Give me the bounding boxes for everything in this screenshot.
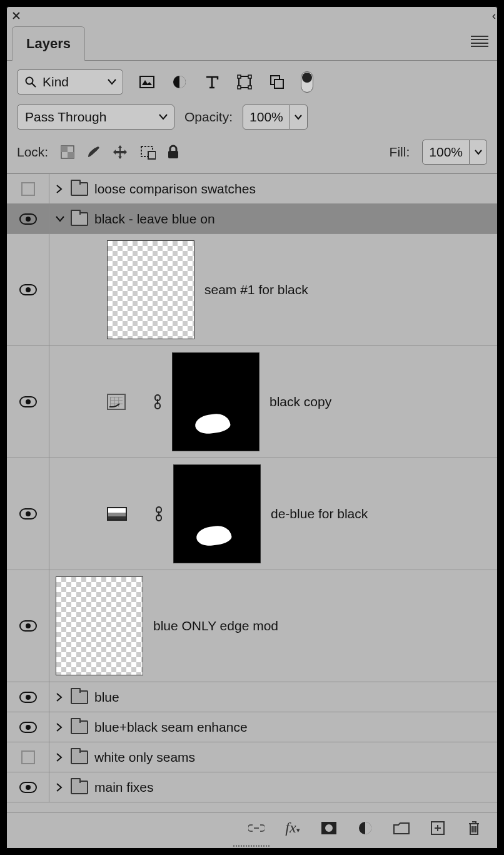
- new-group-icon[interactable]: [393, 820, 410, 836]
- layer-name[interactable]: blue ONLY edge mod: [153, 618, 278, 633]
- svg-rect-14: [68, 152, 74, 158]
- layer-row[interactable]: main fixes: [7, 772, 497, 802]
- svg-rect-17: [168, 151, 178, 158]
- eye-icon: [19, 284, 37, 295]
- layer-row[interactable]: seam #1 for black: [7, 234, 497, 346]
- lock-pixels-icon[interactable]: [86, 145, 101, 160]
- lock-position-icon[interactable]: [112, 144, 128, 160]
- layer-row[interactable]: de-blue for black: [7, 458, 497, 570]
- svg-rect-7: [248, 75, 251, 78]
- layer-name[interactable]: seam #1 for black: [204, 282, 308, 297]
- add-mask-icon[interactable]: [321, 820, 337, 836]
- svg-rect-9: [248, 86, 251, 89]
- layers-panel: ‹‹ Layers Kind: [6, 6, 498, 849]
- curves-icon: [107, 394, 126, 410]
- svg-point-0: [26, 78, 33, 84]
- layer-row[interactable]: loose comparison swatches: [7, 174, 497, 204]
- filter-shape-icon[interactable]: [236, 73, 253, 91]
- layer-name[interactable]: loose comparison swatches: [94, 182, 256, 197]
- visibility-toggle[interactable]: [7, 346, 49, 458]
- visibility-toggle[interactable]: [7, 234, 49, 346]
- close-icon[interactable]: [12, 11, 21, 20]
- lock-transparency-icon[interactable]: [61, 145, 74, 159]
- layer-row[interactable]: white only seams: [7, 742, 497, 772]
- fill-input[interactable]: 100%: [422, 140, 470, 165]
- svg-rect-8: [238, 86, 241, 89]
- search-icon: [25, 76, 36, 88]
- chevron-right-icon[interactable]: [56, 693, 68, 702]
- chevron-right-icon[interactable]: [56, 753, 68, 762]
- panel-menu-icon[interactable]: [471, 36, 488, 47]
- link-layers-icon[interactable]: [248, 820, 265, 836]
- fill-label: Fill:: [390, 145, 410, 160]
- fx-icon[interactable]: fx▾: [285, 820, 301, 836]
- eye-icon: [19, 692, 37, 703]
- layer-name[interactable]: blue+black seam enhance: [94, 720, 248, 735]
- layer-name[interactable]: black copy: [270, 394, 331, 409]
- folder-icon: [71, 212, 88, 226]
- eye-off-icon: [21, 182, 35, 196]
- tab-layers[interactable]: Layers: [12, 26, 85, 61]
- folder-icon: [71, 182, 88, 196]
- visibility-toggle[interactable]: [7, 204, 49, 233]
- visibility-toggle[interactable]: [7, 772, 49, 802]
- layer-row[interactable]: blue: [7, 682, 497, 712]
- filter-type-icon[interactable]: [203, 73, 221, 91]
- svg-rect-6: [238, 75, 241, 78]
- visibility-toggle[interactable]: [7, 458, 49, 570]
- layer-thumbnail[interactable]: [107, 240, 194, 339]
- blend-mode-value: Pass Through: [25, 110, 106, 125]
- filter-adjustment-icon[interactable]: [171, 73, 188, 91]
- mask-thumbnail[interactable]: [172, 352, 260, 451]
- mask-link-icon[interactable]: [153, 394, 164, 409]
- filter-pixel-icon[interactable]: [138, 73, 156, 91]
- blend-mode-select[interactable]: Pass Through: [17, 105, 174, 130]
- resize-grip[interactable]: [7, 843, 497, 848]
- layer-row[interactable]: black copy: [7, 346, 497, 458]
- new-adjustment-icon[interactable]: [357, 820, 373, 836]
- visibility-toggle[interactable]: [7, 712, 49, 742]
- svg-rect-16: [148, 151, 156, 159]
- filter-kind-label: Kind: [43, 74, 69, 90]
- chevron-right-icon[interactable]: [56, 723, 68, 732]
- gradmap-icon: [107, 507, 127, 521]
- tab-row: Layers: [7, 24, 497, 61]
- layer-thumbnail[interactable]: [56, 576, 143, 675]
- chevron-right-icon[interactable]: [56, 185, 68, 193]
- opacity-dropdown[interactable]: [290, 105, 308, 130]
- layer-row[interactable]: blue+black seam enhance: [7, 712, 497, 742]
- folder-icon: [71, 690, 88, 704]
- visibility-toggle[interactable]: [7, 742, 49, 772]
- mask-thumbnail[interactable]: [173, 464, 261, 563]
- new-layer-icon[interactable]: [430, 820, 446, 836]
- folder-icon: [71, 720, 88, 734]
- eye-off-icon: [21, 750, 35, 764]
- folder-icon: [71, 781, 88, 794]
- filter-smartobject-icon[interactable]: [268, 73, 286, 91]
- layer-name[interactable]: white only seams: [94, 750, 195, 765]
- fill-dropdown[interactable]: [470, 140, 487, 165]
- eye-icon: [19, 396, 37, 407]
- visibility-toggle[interactable]: [7, 174, 49, 203]
- opacity-input[interactable]: 100%: [243, 105, 290, 130]
- chevron-down-icon: [159, 114, 168, 120]
- visibility-toggle[interactable]: [7, 570, 49, 682]
- layer-name[interactable]: main fixes: [94, 780, 154, 795]
- layer-row[interactable]: blue ONLY edge mod: [7, 570, 497, 682]
- trash-icon[interactable]: [466, 820, 482, 836]
- layer-name[interactable]: de-blue for black: [271, 506, 368, 521]
- filter-toggle[interactable]: [301, 71, 313, 93]
- visibility-toggle[interactable]: [7, 682, 49, 712]
- layer-row[interactable]: black - leave blue on: [7, 204, 497, 234]
- eye-icon: [19, 782, 37, 793]
- folder-icon: [71, 750, 88, 764]
- opacity-label: Opacity:: [184, 110, 233, 125]
- mask-link-icon[interactable]: [154, 506, 166, 521]
- chevron-down-icon[interactable]: [56, 215, 68, 223]
- filter-kind-select[interactable]: Kind: [17, 69, 123, 95]
- lock-artboard-icon[interactable]: [139, 145, 156, 160]
- layer-name[interactable]: black - leave blue on: [94, 212, 215, 227]
- layer-name[interactable]: blue: [94, 690, 119, 705]
- lock-all-icon[interactable]: [167, 145, 179, 160]
- chevron-right-icon[interactable]: [56, 783, 68, 792]
